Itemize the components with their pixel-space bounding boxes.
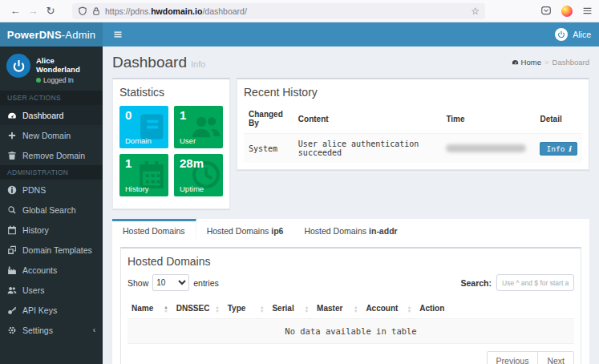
sidebar-toggle-button[interactable]	[103, 22, 133, 47]
brand-rest: -Admin	[62, 29, 95, 41]
clone-icon	[7, 245, 17, 255]
sort-icon: ▲▼	[164, 305, 168, 313]
col-action: Action	[415, 298, 574, 319]
empty-row: No data available in table	[127, 319, 574, 344]
show-label: Show	[127, 278, 148, 288]
recent-history-panel: Recent History Changed By Content Time D…	[237, 78, 589, 170]
next-page-button[interactable]: Next	[538, 351, 574, 364]
col-type-sortable[interactable]: Type▲▼	[224, 298, 269, 319]
redacted-timestamp	[446, 144, 526, 152]
col-name-sortable[interactable]: Name▲▼	[127, 298, 172, 319]
industry-icon	[7, 265, 17, 275]
sidebar-item-accounts[interactable]: Accounts	[0, 260, 103, 280]
search-label: Search:	[460, 278, 492, 288]
hosted-domains-widget: Hosted Domains Hosted Domainsip6 Hosted …	[112, 219, 589, 364]
user-avatar	[6, 54, 30, 78]
browser-toolbar: ← → ↻ https://pdns.hwdomain.io/dashboard…	[0, 0, 599, 22]
sort-icon: ▲▼	[354, 305, 358, 313]
gear-icon	[7, 326, 17, 335]
plus-icon	[7, 131, 17, 140]
url-text: https://pdns.hwdomain.io/dashboard/	[105, 6, 247, 16]
hosted-domains-panel: Hosted Domains Show 10 entries Search:	[120, 247, 581, 364]
user-menu[interactable]: Alice	[547, 22, 599, 47]
trash-icon	[7, 151, 17, 160]
info-icon: i	[568, 144, 571, 153]
statistics-title: Statistics	[119, 86, 223, 99]
sidebar-section-user-actions: USER ACTIONS	[0, 91, 103, 105]
chevron-left-icon: ‹	[93, 326, 95, 334]
app-logo[interactable]: PowerDNS-Admin	[0, 22, 103, 47]
statistics-panel: Statistics 0 Domain 1 User 1	[112, 78, 230, 209]
breadcrumb-current: Dashboard	[552, 58, 589, 67]
sidebar-item-users[interactable]: Users	[0, 280, 103, 300]
sidebar-item-global-search[interactable]: Global Search	[0, 200, 103, 220]
previous-page-button[interactable]: Previous	[487, 351, 539, 364]
entries-label: entries	[193, 278, 219, 288]
pocket-icon[interactable]	[540, 6, 552, 16]
calendar-icon	[7, 225, 17, 235]
page-subtitle: Info	[191, 59, 205, 69]
history-changed-by: System	[244, 134, 293, 164]
search-input[interactable]	[496, 274, 574, 291]
col-account-sortable[interactable]: Account▲▼	[362, 298, 415, 319]
hamburger-icon	[113, 30, 123, 39]
sidebar-user-status: Logged In	[36, 76, 96, 84]
stat-tile-uptime: 28m Uptime	[174, 154, 223, 196]
sidebar-item-pdns[interactable]: PDNS	[0, 180, 103, 200]
sidebar-user-panel: Alice Wonderland Logged In	[0, 47, 103, 91]
bookmark-star-icon[interactable]: ☆	[471, 6, 480, 17]
sidebar-item-domain-templates[interactable]: Domain Templates	[0, 240, 103, 260]
col-dnssec-sortable[interactable]: DNSSEC▲▼	[172, 298, 224, 319]
sidebar: Alice Wonderland Logged In USER ACTIONS …	[0, 47, 103, 364]
address-bar[interactable]: https://pdns.hwdomain.io/dashboard/ ☆	[72, 3, 485, 19]
stat-tile-domain: 0 Domain	[119, 106, 168, 148]
sidebar-item-settings[interactable]: Settings ‹	[0, 320, 103, 340]
sort-icon: ▲▼	[305, 305, 309, 313]
hosted-domains-title: Hosted Domains	[127, 255, 574, 268]
app-navbar: PowerDNS-Admin Alice	[0, 22, 599, 47]
key-icon	[7, 305, 17, 315]
info-button[interactable]: Infoi	[540, 142, 577, 156]
browser-menu-icon[interactable]	[582, 6, 593, 16]
history-row: System User alice authentication succeed…	[244, 134, 582, 164]
status-dot-icon	[36, 78, 41, 83]
sidebar-item-dashboard[interactable]: Dashboard	[0, 105, 103, 125]
brand-bold: PowerDNS	[7, 29, 62, 41]
browser-back-button[interactable]: ←	[6, 2, 24, 20]
history-content: User alice authentication succeeded	[293, 134, 442, 164]
hosted-domains-table: Name▲▼ DNSSEC▲▼ Type▲▼ Serial▲▼ Master▲▼…	[127, 298, 574, 344]
breadcrumb-home-link[interactable]: Home	[512, 58, 541, 67]
col-serial-sortable[interactable]: Serial▲▼	[268, 298, 313, 319]
browser-forward-button[interactable]: →	[24, 2, 42, 20]
pagination: Previous Next	[127, 351, 574, 364]
breadcrumb: Home > Dashboard	[512, 58, 589, 67]
lock-icon	[91, 6, 101, 16]
sidebar-section-administration: ADMINISTRATION	[0, 165, 103, 180]
home-icon	[512, 59, 519, 66]
sidebar-user-name: Alice Wonderland	[36, 56, 96, 74]
shield-icon	[78, 6, 87, 16]
sidebar-item-remove-domain[interactable]: Remove Domain	[0, 145, 103, 165]
sidebar-item-api-keys[interactable]: API Keys	[0, 300, 103, 320]
tab-hosted-domains[interactable]: Hosted Domains	[112, 219, 196, 240]
user-avatar-icon	[555, 28, 568, 41]
page-size-select[interactable]: 10	[152, 274, 189, 291]
content-area: DashboardInfo Home > Dashboard Statistic…	[103, 47, 599, 364]
browser-reload-button[interactable]: ↻	[42, 2, 59, 20]
recent-history-table: Changed By Content Time Detail System Us…	[244, 104, 582, 163]
sidebar-item-new-domain[interactable]: New Domain	[0, 125, 103, 145]
stat-tile-user: 1 User	[174, 106, 223, 148]
col-master-sortable[interactable]: Master▲▼	[313, 298, 362, 319]
sort-icon: ▲▼	[260, 305, 264, 313]
sidebar-item-history[interactable]: History	[0, 220, 103, 240]
stat-tile-history: 1 History	[119, 154, 168, 196]
user-menu-label: Alice	[573, 30, 591, 39]
tab-hosted-domains-ip6[interactable]: Hosted Domainsip6	[196, 219, 294, 240]
col-content: Content	[293, 104, 442, 134]
firefox-logo-icon	[561, 6, 573, 17]
tab-hosted-domains-in-addr[interactable]: Hosted Domainsin-addr	[293, 219, 407, 240]
col-time: Time	[441, 104, 535, 134]
col-changed-by: Changed By	[244, 104, 293, 134]
tab-strip: Hosted Domains Hosted Domainsip6 Hosted …	[112, 219, 589, 240]
sort-icon: ▲▼	[407, 305, 411, 313]
